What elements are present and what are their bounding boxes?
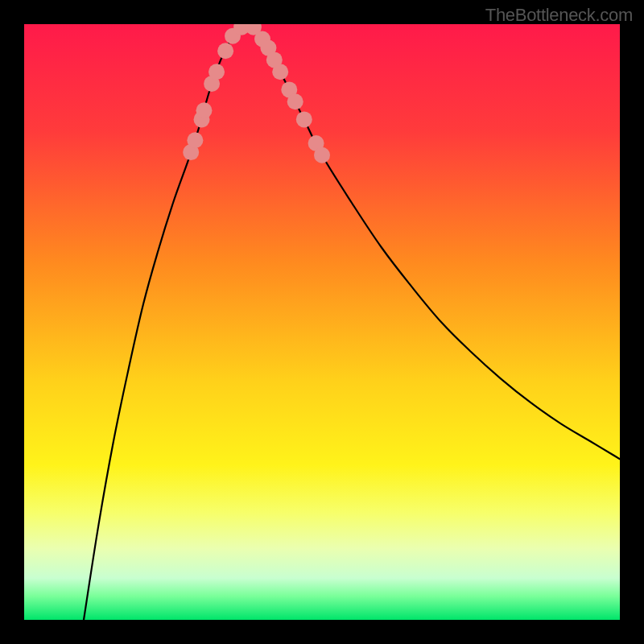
dot-right-dots-9 — [314, 147, 330, 163]
dot-left-dots-1 — [187, 132, 203, 148]
dot-right-dots-7 — [296, 111, 312, 127]
dot-left-dots-3 — [196, 102, 212, 118]
dot-right-dots-6 — [287, 93, 303, 109]
chart-frame — [24, 24, 620, 620]
dot-left-dots-5 — [208, 64, 225, 80]
watermark-text: TheBottleneck.com — [485, 5, 633, 26]
dot-left-dots-6 — [217, 43, 233, 59]
curve-left-curve — [84, 24, 248, 620]
dot-right-dots-4 — [272, 64, 288, 80]
curve-right-curve — [248, 24, 621, 459]
chart-plot-layer — [24, 24, 620, 620]
